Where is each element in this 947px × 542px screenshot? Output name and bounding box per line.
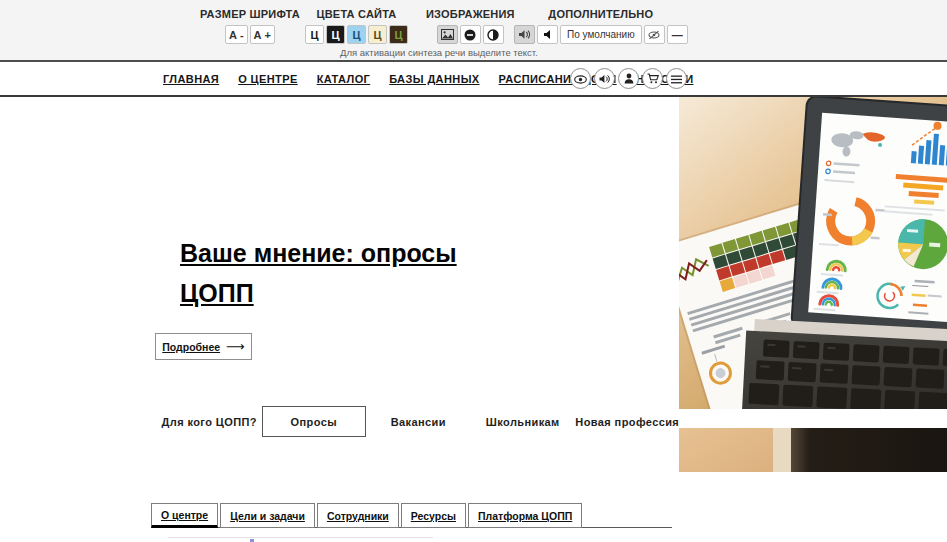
images-off-button[interactable] (460, 25, 481, 44)
hide-panel-eye-button[interactable] (644, 25, 665, 44)
account-button[interactable] (618, 68, 639, 89)
color-scheme-black-button[interactable]: Ц (326, 25, 345, 44)
main-navigation: ГЛАВНАЯ О ЦЕНТРЕ КАТАЛОГ БАЗЫ ДАННЫХ РАС… (0, 62, 947, 97)
hero-photo (679, 97, 947, 409)
slider-tab-vacancies[interactable]: Вакансии (366, 406, 471, 437)
tab-about-center[interactable]: О центре (151, 503, 218, 528)
speaker-on-icon (518, 29, 531, 40)
site-colors-label: ЦВЕТА САЙТА (316, 8, 396, 20)
tab-platform[interactable]: Платформа ЦОПП (468, 503, 582, 528)
font-size-group: РАЗМЕР ШРИФТА А - А + (200, 8, 300, 44)
slider-tab-schoolchildren[interactable]: Школьникам (471, 406, 576, 437)
color-scheme-blue-button[interactable]: Ц (347, 25, 366, 44)
speaker-off-icon (543, 29, 553, 40)
reset-default-button[interactable]: По умолчанию (560, 25, 642, 44)
circle-minus-icon (464, 29, 476, 41)
images-on-button[interactable] (437, 25, 458, 44)
right-arrow-icon: ⟶ (226, 340, 245, 353)
nav-link-catalog[interactable]: КАТАЛОГ (317, 73, 371, 85)
slider-tab-surveys[interactable]: Опросы (262, 406, 367, 437)
contrast-icon (487, 29, 499, 41)
color-scheme-white-button[interactable]: Ц (305, 25, 324, 44)
cutoff-content-block (168, 537, 433, 542)
speech-on-button[interactable] (514, 25, 535, 44)
collapse-panel-button[interactable]: — (667, 25, 688, 44)
user-icon (624, 70, 634, 88)
site-colors-group: ЦВЕТА САЙТА Ц Ц Ц Ц Ц (305, 8, 408, 44)
speech-hint-text: Для активации синтеза речи выделите текс… (340, 47, 538, 58)
slider-tab-for-whom[interactable]: Для кого ЦОПП? (157, 406, 262, 437)
cart-icon (647, 70, 659, 88)
hero-slide-title[interactable]: Ваше мнение: опросы ЦОПП (180, 233, 485, 313)
eye-icon (574, 70, 587, 88)
more-details-button[interactable]: Подробнее ⟶ (155, 333, 252, 360)
color-scheme-brown-button[interactable]: Ц (389, 25, 408, 44)
hero-slider-tabs: Для кого ЦОПП? Опросы Вакансии Школьника… (157, 406, 680, 437)
accessibility-eye-button[interactable] (570, 68, 591, 89)
image-icon (441, 29, 454, 40)
eye-slash-icon (648, 30, 660, 40)
menu-button[interactable] (666, 68, 687, 89)
cart-button[interactable] (642, 68, 663, 89)
speech-off-button[interactable] (537, 25, 558, 44)
next-slide-photo (679, 428, 947, 472)
nav-link-databases[interactable]: БАЗЫ ДАННЫХ (389, 73, 479, 85)
images-group: ИЗОБРАЖЕНИЯ (426, 8, 515, 44)
extra-label: ДОПОЛНИТЕЛЬНО (548, 8, 653, 20)
font-size-label: РАЗМЕР ШРИФТА (200, 8, 300, 20)
extra-group: ДОПОЛНИТЕЛЬНО По умолчанию — (514, 8, 688, 44)
images-label: ИЗОБРАЖЕНИЯ (426, 8, 515, 20)
tab-staff[interactable]: Сотрудники (317, 503, 399, 528)
accessibility-toolbar: РАЗМЕР ШРИФТА А - А + ЦВЕТА САЙТА Ц Ц Ц … (0, 0, 947, 62)
more-details-label: Подробнее (162, 341, 220, 353)
font-increase-button[interactable]: А + (250, 25, 275, 44)
speaker-icon (599, 70, 610, 88)
color-scheme-beige-button[interactable]: Ц (368, 25, 387, 44)
hamburger-menu-icon (671, 70, 682, 88)
slider-tab-new-profession[interactable]: Новая профессия (575, 406, 680, 437)
tab-goals[interactable]: Цели и задачи (220, 503, 315, 528)
sound-button[interactable] (594, 68, 615, 89)
grayscale-images-button[interactable] (483, 25, 504, 44)
tab-resources[interactable]: Ресурсы (401, 503, 466, 528)
font-decrease-button[interactable]: А - (225, 25, 248, 44)
nav-link-home[interactable]: ГЛАВНАЯ (163, 73, 219, 85)
nav-link-about[interactable]: О ЦЕНТРЕ (238, 73, 298, 85)
nav-icon-buttons (570, 68, 687, 89)
about-section-tabs: О центре Цели и задачи Сотрудники Ресурс… (151, 503, 582, 528)
